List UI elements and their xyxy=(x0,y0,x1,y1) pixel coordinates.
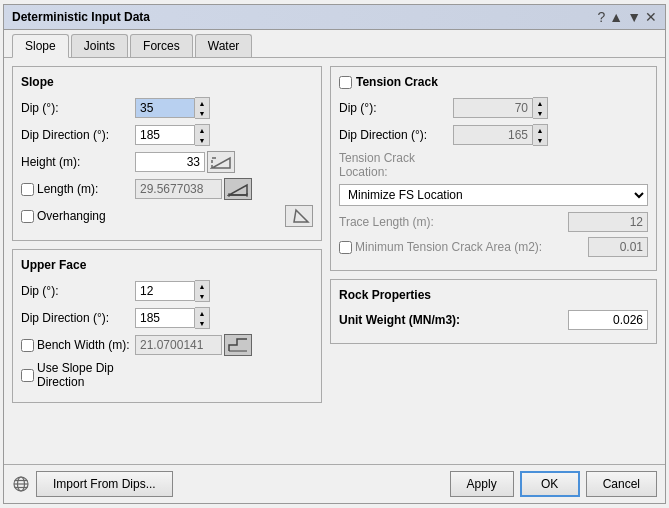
overhanging-wrapper: Overhanging xyxy=(21,209,131,223)
unit-weight-row: Unit Weight (MN/m3): xyxy=(339,310,648,330)
dip-row: Dip (°): 35 ▲ ▼ xyxy=(21,97,313,119)
tc-dir-row: Dip Direction (°): ▲ ▼ xyxy=(339,124,648,146)
bench-wrapper xyxy=(135,334,313,356)
tab-bar: Slope Joints Forces Water xyxy=(4,30,665,58)
trace-row: Trace Length (m): xyxy=(339,212,648,232)
tc-dir-spinners: ▲ ▼ xyxy=(533,124,548,146)
height-wrapper xyxy=(135,151,313,173)
tc-dir-wrapper: ▲ ▼ xyxy=(453,124,648,146)
tension-crack-title: Tension Crack xyxy=(356,75,438,89)
title-bar: Deterministic Input Data ? ▲ ▼ ✕ xyxy=(4,5,665,30)
dialog: Deterministic Input Data ? ▲ ▼ ✕ Slope J… xyxy=(3,4,666,504)
help-icon[interactable]: ? xyxy=(597,9,605,25)
tc-location-label: Tension Crack Location: xyxy=(339,151,449,179)
tc-location-select[interactable]: Minimize FS Location User Defined xyxy=(339,184,648,206)
min-area-label: Minimum Tension Crack Area (m2): xyxy=(355,240,542,254)
uf-dip-dir-spin-up[interactable]: ▲ xyxy=(195,308,209,318)
svg-marker-3 xyxy=(229,185,247,195)
uf-dip-row: Dip (°): ▲ ▼ xyxy=(21,280,313,302)
overhanging-icon-wrapper xyxy=(135,205,313,227)
collapse-icon[interactable]: ▼ xyxy=(627,9,641,25)
length-checkbox[interactable] xyxy=(21,183,34,196)
min-area-input[interactable] xyxy=(588,237,648,257)
height-icon-btn[interactable] xyxy=(207,151,235,173)
tc-dir-input[interactable] xyxy=(453,125,533,145)
unit-weight-label: Unit Weight (MN/m3): xyxy=(339,313,479,327)
dip-input-wrapper: 35 ▲ ▼ xyxy=(135,97,313,119)
bench-icon xyxy=(227,337,249,353)
uf-dip-dir-spin-down[interactable]: ▼ xyxy=(195,318,209,328)
svg-marker-0 xyxy=(212,158,230,168)
tc-dip-input[interactable] xyxy=(453,98,533,118)
main-content: Slope Dip (°): 35 ▲ ▼ Dip Direction (°) xyxy=(4,58,665,464)
dip-label: Dip (°): xyxy=(21,101,131,115)
cancel-button[interactable]: Cancel xyxy=(586,471,657,497)
uf-dip-label: Dip (°): xyxy=(21,284,131,298)
title-controls: ? ▲ ▼ ✕ xyxy=(597,9,657,25)
trace-input[interactable] xyxy=(568,212,648,232)
tc-dir-spin-down[interactable]: ▼ xyxy=(533,135,547,145)
dip-spin-up[interactable]: ▲ xyxy=(195,98,209,108)
tc-dip-spin-down[interactable]: ▼ xyxy=(533,108,547,118)
overhanging-checkbox[interactable] xyxy=(21,210,34,223)
dip-dir-spin-down[interactable]: ▼ xyxy=(195,135,209,145)
ok-button[interactable]: OK xyxy=(520,471,580,497)
use-slope-label: Use Slope Dip Direction xyxy=(37,361,131,389)
tension-crack-checkbox[interactable] xyxy=(339,76,352,89)
tc-dip-label: Dip (°): xyxy=(339,101,449,115)
uf-dip-input[interactable] xyxy=(135,281,195,301)
close-icon[interactable]: ✕ xyxy=(645,9,657,25)
dip-dir-wrapper: ▲ ▼ xyxy=(135,124,313,146)
unit-weight-wrapper xyxy=(483,310,648,330)
tab-forces[interactable]: Forces xyxy=(130,34,193,57)
tc-dip-row: Dip (°): ▲ ▼ xyxy=(339,97,648,119)
bench-input[interactable] xyxy=(135,335,222,355)
bench-icon-btn[interactable] xyxy=(224,334,252,356)
expand-icon[interactable]: ▲ xyxy=(609,9,623,25)
dip-dir-label: Dip Direction (°): xyxy=(21,128,131,142)
bench-row: Bench Width (m): xyxy=(21,334,313,356)
uf-dip-dir-row: Dip Direction (°): ▲ ▼ xyxy=(21,307,313,329)
slope-icon xyxy=(210,154,232,170)
height-input[interactable] xyxy=(135,152,205,172)
tab-water[interactable]: Water xyxy=(195,34,253,57)
slope-title: Slope xyxy=(21,75,313,89)
height-row: Height (m): xyxy=(21,151,313,173)
uf-dip-spin-up[interactable]: ▲ xyxy=(195,281,209,291)
dip-dir-spin-up[interactable]: ▲ xyxy=(195,125,209,135)
tab-slope[interactable]: Slope xyxy=(12,34,69,58)
tc-dip-spin-up[interactable]: ▲ xyxy=(533,98,547,108)
import-button[interactable]: Import From Dips... xyxy=(36,471,173,497)
bench-label: Bench Width (m): xyxy=(37,338,130,352)
min-area-checkbox[interactable] xyxy=(339,241,352,254)
apply-button[interactable]: Apply xyxy=(450,471,514,497)
height-label: Height (m): xyxy=(21,155,131,169)
slope-dip-dir-input[interactable] xyxy=(135,125,195,145)
slope-length-icon xyxy=(227,181,249,197)
tc-dip-wrapper: ▲ ▼ xyxy=(453,97,648,119)
dip-spinners: ▲ ▼ xyxy=(195,97,210,119)
tc-dip-spinners: ▲ ▼ xyxy=(533,97,548,119)
rock-properties-title: Rock Properties xyxy=(339,288,648,302)
length-icon-btn[interactable] xyxy=(224,178,252,200)
uf-dip-spin-down[interactable]: ▼ xyxy=(195,291,209,301)
trace-label: Trace Length (m): xyxy=(339,215,449,229)
unit-weight-input[interactable] xyxy=(568,310,648,330)
tab-joints[interactable]: Joints xyxy=(71,34,128,57)
slope-dip-input[interactable]: 35 xyxy=(135,98,195,118)
use-slope-wrapper: Use Slope Dip Direction xyxy=(21,361,131,389)
bench-checkbox[interactable] xyxy=(21,339,34,352)
bench-label-wrapper: Bench Width (m): xyxy=(21,338,131,352)
use-slope-checkbox[interactable] xyxy=(21,369,34,382)
dip-spin-down[interactable]: ▼ xyxy=(195,108,209,118)
tension-crack-group: Tension Crack Dip (°): ▲ ▼ xyxy=(330,66,657,271)
tc-dir-spin-up[interactable]: ▲ xyxy=(533,125,547,135)
trace-wrapper xyxy=(453,212,648,232)
overhanging-icon-btn[interactable] xyxy=(285,205,313,227)
tc-location-row: Tension Crack Location: xyxy=(339,151,648,179)
length-input[interactable] xyxy=(135,179,222,199)
tc-dir-label: Dip Direction (°): xyxy=(339,128,449,142)
length-label: Length (m): xyxy=(37,182,98,196)
uf-dip-dir-input[interactable] xyxy=(135,308,195,328)
dip-dir-spinners: ▲ ▼ xyxy=(195,124,210,146)
